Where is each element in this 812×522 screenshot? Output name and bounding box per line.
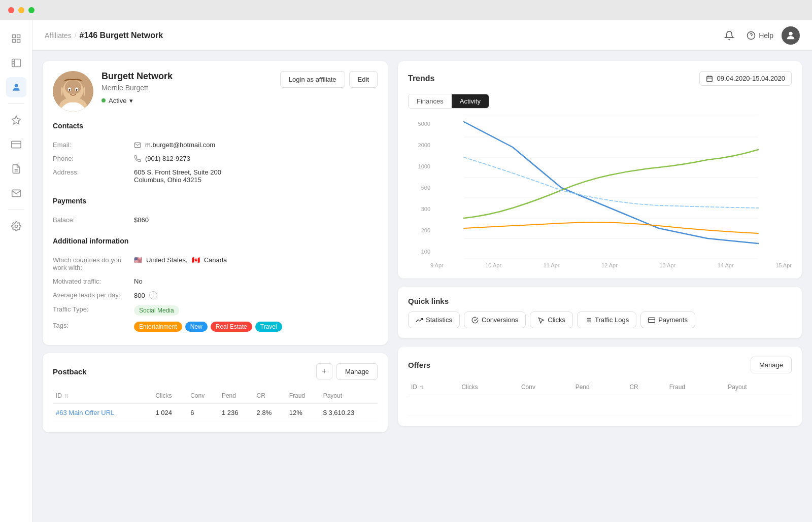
x-label-14apr: 14 Apr bbox=[718, 262, 734, 268]
right-panel: Trends 09.04.2020-15.04.2020 Finances Ac… bbox=[398, 61, 802, 512]
login-as-affiliate-button[interactable]: Login as affiliate bbox=[280, 71, 345, 88]
tags-row: Tags: Entertainment New Real Estate Trav… bbox=[53, 319, 378, 335]
col-fraud: Fraud bbox=[286, 388, 320, 404]
x-label-9apr: 9 Apr bbox=[430, 262, 444, 268]
cursor-icon bbox=[537, 317, 545, 324]
offers-empty-state bbox=[408, 395, 792, 416]
sidebar-item-settings[interactable] bbox=[6, 216, 26, 236]
leads-value: 800 i bbox=[134, 291, 157, 299]
countries-label: Which countries do you work with: bbox=[53, 256, 134, 271]
svg-rect-3 bbox=[17, 40, 20, 43]
quick-links-title: Quick links bbox=[408, 297, 792, 305]
sidebar-item-contacts[interactable] bbox=[6, 53, 26, 73]
tags-label: Tags: bbox=[53, 322, 134, 329]
tab-finances[interactable]: Finances bbox=[409, 94, 452, 108]
traffic-type-row: Traffic Type: Social Media bbox=[53, 302, 378, 319]
sidebar-divider-2 bbox=[8, 210, 24, 210]
motivated-label: Motivated traffic: bbox=[53, 277, 134, 285]
list-icon bbox=[585, 317, 592, 324]
leads-row: Average leads per day: 800 i bbox=[53, 288, 378, 302]
status-badge[interactable]: Active ▾ bbox=[101, 97, 133, 105]
notifications-button[interactable] bbox=[720, 26, 738, 45]
quick-link-conversions[interactable]: Conversions bbox=[464, 311, 526, 328]
titlebar bbox=[0, 0, 812, 20]
y-label-300: 300 bbox=[408, 206, 430, 212]
quick-link-traffic-logs[interactable]: Traffic Logs bbox=[577, 311, 636, 328]
tags-value: Entertainment New Real Estate Travel bbox=[134, 322, 282, 332]
date-range-button[interactable]: 09.04.2020-15.04.2020 bbox=[699, 71, 792, 86]
row-id: #63 Main Offer URL bbox=[53, 404, 152, 422]
topnav-actions: Help bbox=[720, 26, 800, 45]
sidebar-item-payments[interactable] bbox=[6, 134, 26, 155]
sidebar-divider bbox=[8, 103, 24, 104]
offers-col-payout: Payout bbox=[725, 379, 792, 395]
phone-icon bbox=[134, 155, 141, 162]
svg-rect-1 bbox=[17, 35, 20, 38]
us-label: United States, bbox=[146, 256, 188, 264]
row-fraud: 12% bbox=[286, 404, 320, 422]
sidebar-item-affiliates[interactable] bbox=[6, 77, 26, 97]
check-circle-icon bbox=[471, 317, 479, 324]
tab-activity[interactable]: Activity bbox=[452, 94, 489, 108]
breadcrumb-affiliates-link[interactable]: Affiliates bbox=[45, 31, 72, 40]
content-area: Burgett Network Merrile Burgett Active ▾… bbox=[32, 51, 812, 522]
tag-entertainment: Entertainment bbox=[134, 322, 182, 332]
address-label: Address: bbox=[53, 168, 134, 176]
sidebar-item-mail[interactable] bbox=[6, 183, 26, 203]
statistics-label: Statistics bbox=[426, 316, 452, 324]
quick-link-clicks[interactable]: Clicks bbox=[530, 311, 573, 328]
status-label: Active bbox=[109, 97, 126, 105]
postback-card: Postback + Manage ID ⇅ Clicks Conv bbox=[43, 353, 388, 432]
phone-label: Phone: bbox=[53, 155, 134, 162]
y-label-5000: 5000 bbox=[408, 121, 430, 127]
breadcrumb: Affiliates / #146 Burgett Network bbox=[45, 31, 163, 40]
x-label-10apr: 10 Apr bbox=[485, 262, 501, 268]
col-payout: Payout bbox=[320, 388, 378, 404]
row-pend: 1 236 bbox=[219, 404, 254, 422]
offers-manage-button[interactable]: Manage bbox=[751, 357, 792, 373]
profile-header: Burgett Network Merrile Burgett Active ▾… bbox=[53, 71, 378, 112]
tag-travel: Travel bbox=[255, 322, 282, 332]
motivated-value: No bbox=[134, 277, 143, 285]
sidebar-item-reports[interactable] bbox=[6, 159, 26, 179]
balance-label: Balace: bbox=[53, 216, 134, 224]
quick-link-statistics[interactable]: Statistics bbox=[408, 311, 460, 328]
edit-button[interactable]: Edit bbox=[349, 71, 378, 88]
sidebar-item-offers[interactable] bbox=[6, 110, 26, 130]
app-shell: Affiliates / #146 Burgett Network Help bbox=[0, 20, 812, 522]
quick-link-payments[interactable]: Payments bbox=[640, 311, 695, 328]
offers-empty-row bbox=[408, 395, 792, 416]
sidebar-item-dashboard[interactable] bbox=[6, 28, 26, 49]
postback-add-button[interactable]: + bbox=[316, 363, 332, 379]
trends-header: Trends 09.04.2020-15.04.2020 bbox=[408, 71, 792, 86]
svg-rect-0 bbox=[12, 35, 15, 38]
row-conv: 6 bbox=[187, 404, 219, 422]
postback-actions: + Manage bbox=[316, 363, 378, 380]
avatar[interactable] bbox=[782, 26, 800, 45]
minimize-dot bbox=[18, 7, 24, 13]
profile-name: Burgett Network bbox=[101, 71, 272, 82]
phone-row: Phone: (901) 812-9273 bbox=[53, 152, 378, 165]
offers-col-id: ID ⇅ bbox=[408, 379, 459, 395]
offers-col-conv: Conv bbox=[518, 379, 572, 395]
payments-label: Payments bbox=[658, 316, 688, 324]
x-label-11apr: 11 Apr bbox=[544, 262, 560, 268]
y-axis-labels: 5000 2000 1000 500 300 200 100 bbox=[408, 117, 430, 259]
help-button[interactable]: Help bbox=[747, 31, 773, 40]
chart-icon bbox=[416, 317, 423, 324]
x-label-15apr: 15 Apr bbox=[775, 262, 792, 268]
col-clicks: Clicks bbox=[152, 388, 187, 404]
offers-col-cr: CR bbox=[626, 379, 666, 395]
ca-label: Canada bbox=[204, 256, 227, 264]
svg-marker-9 bbox=[12, 116, 20, 124]
y-label-100: 100 bbox=[408, 249, 430, 255]
balance-value: $860 bbox=[134, 216, 149, 224]
tag-real-estate: Real Estate bbox=[211, 322, 252, 332]
postback-manage-button[interactable]: Manage bbox=[336, 363, 378, 380]
top-navigation: Affiliates / #146 Burgett Network Help bbox=[32, 20, 812, 51]
left-panel: Burgett Network Merrile Burgett Active ▾… bbox=[43, 61, 388, 512]
y-label-500: 500 bbox=[408, 185, 430, 191]
offer-link[interactable]: #63 Main Offer URL bbox=[56, 409, 114, 416]
chart-container: 5000 2000 1000 500 300 200 100 bbox=[408, 117, 792, 268]
contacts-section-title: Contacts bbox=[53, 122, 378, 130]
